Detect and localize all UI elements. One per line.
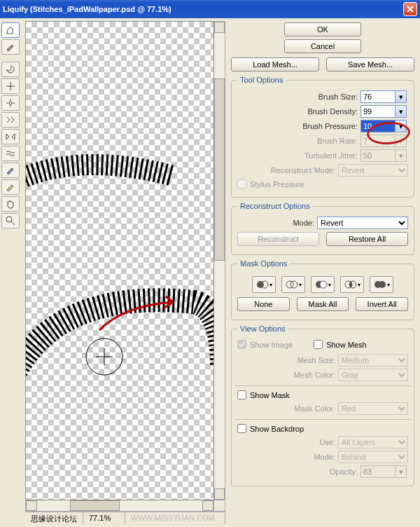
show-mesh-checkbox[interactable]	[314, 340, 323, 349]
load-mesh-button[interactable]: Load Mesh...	[231, 57, 319, 71]
tool-options-group: Tool Options Brush Size:▾ Brush Density:…	[231, 76, 414, 198]
close-button[interactable]	[403, 2, 417, 16]
annotation-arrow	[96, 295, 187, 337]
mask-options-legend: Mask Options	[237, 259, 290, 268]
finger-icon	[5, 25, 16, 36]
status-label-1: 思缘设计论坛	[25, 512, 83, 524]
brush-density-dropdown[interactable]: ▾	[396, 105, 407, 118]
show-image-label: Show Image	[250, 341, 293, 349]
hscroll-thumb[interactable]	[70, 500, 120, 511]
svg-point-14	[379, 281, 386, 288]
scroll-left-arrow[interactable]	[26, 500, 37, 511]
svg-point-0	[10, 85, 12, 88]
wave-icon	[5, 148, 16, 159]
close-icon	[407, 6, 414, 13]
view-options-legend: View Options	[237, 324, 288, 333]
scroll-up-arrow[interactable]	[214, 22, 225, 33]
brush-icon	[5, 41, 16, 53]
tool-turbulence[interactable]	[1, 146, 20, 161]
tool-bloat[interactable]	[1, 95, 20, 111]
tool-push-left[interactable]	[1, 112, 20, 128]
brush-size-dropdown[interactable]: ▾	[396, 90, 407, 103]
show-image-checkbox	[237, 340, 246, 349]
tool-mirror[interactable]	[1, 129, 20, 144]
mask-options-group: Mask Options ▾ ▾ ▾ ▾ ▾ None Mask All Inv…	[231, 259, 414, 320]
svg-point-4	[257, 281, 264, 288]
backdrop-mode-select: Behind	[338, 451, 408, 463]
tool-hand[interactable]	[1, 196, 20, 212]
hscroll-track[interactable]	[37, 500, 202, 511]
mask-none-button[interactable]: None	[237, 297, 290, 311]
mask-icon-row: ▾ ▾ ▾ ▾ ▾	[237, 276, 408, 293]
tool-reconstruct[interactable]	[1, 39, 20, 55]
tool-freeze-mask[interactable]	[1, 163, 20, 178]
status-watermark: WWW.MISSYUAN.COM	[125, 512, 225, 524]
brush-pressure-input[interactable]	[360, 120, 396, 132]
mask-color-select: Red	[338, 402, 408, 415]
tool-pucker[interactable]	[1, 78, 20, 94]
save-mesh-button[interactable]: Save Mesh...	[326, 57, 414, 71]
mask-all-button[interactable]: Mask All	[297, 297, 349, 311]
mirror-icon	[5, 131, 16, 142]
show-mask-label: Show Mask	[250, 391, 290, 399]
tool-zoom[interactable]	[1, 213, 20, 228]
reconstruct-mode2-select[interactable]: Revert	[317, 217, 408, 229]
mask-invert-all-button[interactable]: Invert All	[356, 297, 408, 311]
show-backdrop-label: Show Backdrop	[250, 425, 304, 433]
mask-add-icon[interactable]: ▾	[281, 276, 305, 293]
brush-pressure-dropdown[interactable]: ▾	[396, 120, 407, 132]
horizontal-scrollbar[interactable]	[25, 500, 214, 512]
mask-replace-icon[interactable]: ▾	[252, 276, 276, 293]
reconstruct-mode2-label: Mode:	[237, 219, 314, 227]
backdrop-opacity-label: Opacity:	[237, 467, 358, 476]
mesh-size-label: Mesh Size:	[237, 356, 335, 364]
tool-column	[0, 18, 22, 527]
brush-density-input[interactable]	[360, 105, 396, 118]
reconstruct-mode-select: Revert	[338, 164, 408, 177]
vertical-scrollbar[interactable]	[214, 21, 225, 500]
bloat-icon	[5, 97, 16, 109]
brush-cursor	[83, 336, 125, 378]
ok-button[interactable]: OK	[284, 22, 361, 36]
svg-point-1	[9, 102, 12, 104]
tool-thaw-mask[interactable]	[1, 179, 20, 195]
cancel-button[interactable]: Cancel	[284, 39, 361, 53]
brush-rate-dropdown: ▾	[396, 135, 407, 147]
svg-point-6	[286, 281, 293, 288]
push-icon	[5, 114, 16, 125]
mask-subtract-icon[interactable]: ▾	[311, 276, 335, 293]
hand-icon	[5, 198, 16, 210]
title-bar: Liquify (Stitches_iPadWallpaper.psd @ 77…	[0, 0, 420, 18]
backdrop-opacity-input	[360, 465, 396, 478]
turbulent-jitter-label: Turbulent Jitter:	[237, 151, 358, 160]
tool-options-legend: Tool Options	[237, 76, 286, 84]
show-mask-checkbox[interactable]	[237, 390, 246, 399]
vscroll-track[interactable]	[214, 33, 225, 488]
vscroll-thumb[interactable]	[214, 78, 225, 261]
turbulent-jitter-dropdown: ▾	[396, 149, 407, 162]
pucker-icon	[5, 81, 16, 92]
backdrop-use-label: Use:	[237, 438, 335, 446]
mesh-color-label: Mesh Color:	[237, 371, 335, 379]
scroll-right-arrow[interactable]	[202, 500, 214, 511]
mask-intersect-icon[interactable]: ▾	[340, 276, 364, 293]
preview-canvas[interactable]	[25, 21, 214, 500]
show-backdrop-checkbox[interactable]	[237, 424, 246, 433]
artwork-stripes-1	[25, 148, 214, 274]
brush-rate-label: Brush Rate:	[237, 137, 358, 145]
status-zoom: 77.1%	[83, 512, 125, 524]
backdrop-mode-label: Mode:	[237, 453, 335, 461]
brush-size-input[interactable]	[360, 90, 396, 103]
thaw-icon	[5, 182, 16, 193]
tool-twirl-cw[interactable]	[1, 62, 20, 77]
tool-forward-warp[interactable]	[1, 22, 20, 38]
options-panel: OK Cancel Load Mesh... Save Mesh... Tool…	[225, 18, 420, 527]
zoom-icon	[5, 215, 16, 226]
svg-point-9	[320, 281, 327, 288]
mask-invert-icon[interactable]: ▾	[370, 276, 393, 293]
stylus-pressure-checkbox	[237, 179, 246, 189]
scroll-down-arrow[interactable]	[214, 488, 225, 500]
restore-all-button[interactable]: Restore All	[326, 232, 408, 246]
reconstruct-options-legend: Reconstruct Options	[237, 202, 313, 210]
backdrop-use-select: All Layers	[338, 436, 408, 449]
